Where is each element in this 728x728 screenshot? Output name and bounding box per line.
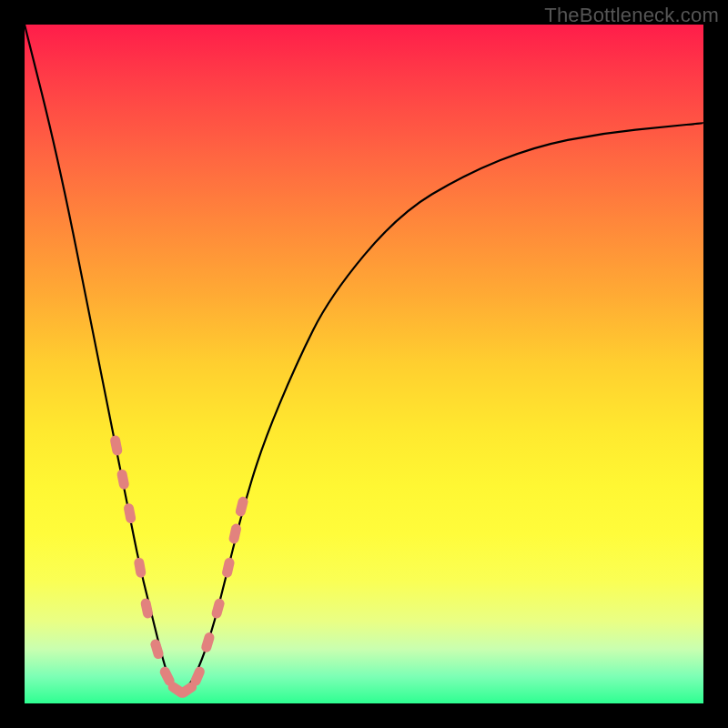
bead [228,523,243,545]
bead [235,496,249,518]
bottleneck-curve [25,25,703,690]
bead [200,632,216,653]
bead [116,469,130,490]
highlight-beads [109,435,249,700]
bead [221,557,236,579]
bead [140,598,154,620]
plot-area [25,25,703,703]
bead [210,598,225,620]
chart-frame: TheBottleneck.com [0,0,728,728]
bead [109,435,123,457]
bead [133,557,147,579]
curve-svg [25,25,703,703]
bead [149,638,165,660]
bead [123,502,136,524]
